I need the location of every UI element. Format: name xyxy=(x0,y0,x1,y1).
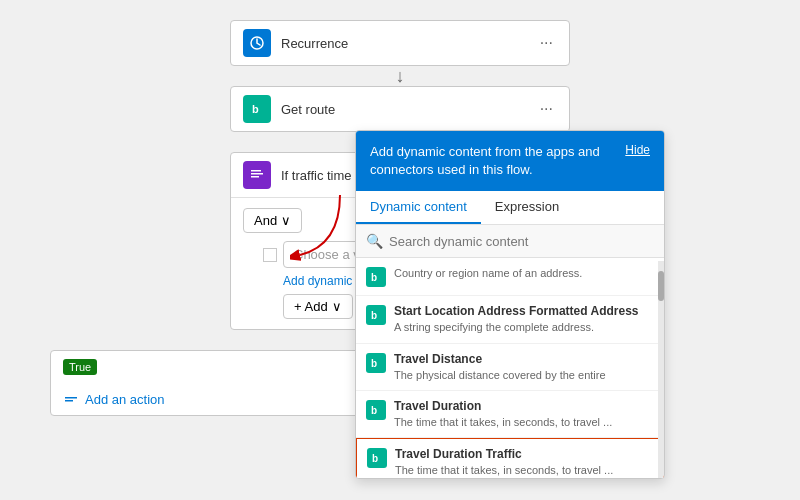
get-route-menu[interactable]: ··· xyxy=(536,100,557,118)
recurrence-title: Recurrence xyxy=(281,36,536,51)
list-item[interactable]: b Start Location Address Formatted Addre… xyxy=(356,296,664,343)
search-icon: 🔍 xyxy=(366,233,383,249)
recurrence-row: Recurrence ··· xyxy=(50,20,750,66)
item-content-1: Start Location Address Formatted Address… xyxy=(394,304,654,334)
tab-dynamic[interactable]: Dynamic content xyxy=(356,191,481,224)
scrollbar[interactable] xyxy=(658,261,664,478)
true-branch: True Add an action xyxy=(50,350,370,416)
item-title-3: Travel Duration xyxy=(394,399,654,413)
item-content-4: Travel Duration Traffic The time that it… xyxy=(395,447,653,477)
recurrence-icon xyxy=(243,29,271,57)
and-chevron: ∨ xyxy=(281,213,291,228)
bing-item-icon-1: b xyxy=(366,305,386,325)
item-content-2: Travel Distance The physical distance co… xyxy=(394,352,654,382)
search-input[interactable] xyxy=(389,234,654,249)
recurrence-block[interactable]: Recurrence ··· xyxy=(230,20,570,66)
dynamic-panel: Add dynamic content from the apps and co… xyxy=(355,130,665,479)
list-item[interactable]: b Travel Distance The physical distance … xyxy=(356,344,664,391)
true-badge: True xyxy=(63,359,97,375)
item-desc-2: The physical distance covered by the ent… xyxy=(394,368,654,382)
svg-rect-3 xyxy=(251,176,259,178)
svg-text:b: b xyxy=(371,358,377,369)
add-action-icon xyxy=(63,391,79,407)
panel-search: 🔍 xyxy=(356,225,664,258)
add-action[interactable]: Add an action xyxy=(51,383,369,415)
svg-rect-6 xyxy=(65,400,73,402)
bing-icon-get-route: b xyxy=(243,95,271,123)
main-area: Recurrence ··· ↓ b Get route ··· ↓ xyxy=(0,0,800,500)
bing-item-icon: b xyxy=(366,267,386,287)
item-content-0: Country or region name of an address. xyxy=(394,266,654,280)
get-route-block[interactable]: b Get route ··· xyxy=(230,86,570,132)
item-title-2: Travel Distance xyxy=(394,352,654,366)
svg-rect-5 xyxy=(65,397,77,399)
item-title-4: Travel Duration Traffic xyxy=(395,447,653,461)
recurrence-menu[interactable]: ··· xyxy=(536,34,557,52)
arrow-1: ↓ xyxy=(50,66,750,86)
add-button[interactable]: + Add ∨ xyxy=(283,294,353,319)
list-item[interactable]: b Travel Duration The time that it takes… xyxy=(356,391,664,438)
item-title-1: Start Location Address Formatted Address xyxy=(394,304,654,318)
bing-item-icon-2: b xyxy=(366,353,386,373)
svg-rect-2 xyxy=(251,173,263,175)
panel-content: b Country or region name of an address. … xyxy=(356,258,664,478)
item-desc-4: The time that it takes, in seconds, to t… xyxy=(395,463,653,477)
svg-rect-4 xyxy=(251,170,261,172)
scrollbar-thumb xyxy=(658,271,664,301)
item-desc-0: Country or region name of an address. xyxy=(394,266,654,280)
svg-text:b: b xyxy=(372,453,378,464)
condition-checkbox[interactable] xyxy=(263,248,277,262)
svg-text:b: b xyxy=(371,310,377,321)
list-item[interactable]: b Country or region name of an address. xyxy=(356,258,664,296)
true-header: True xyxy=(51,351,369,383)
item-desc-1: A string specifying the complete address… xyxy=(394,320,654,334)
item-desc-3: The time that it takes, in seconds, to t… xyxy=(394,415,654,429)
list-item[interactable]: b Travel Duration Traffic The time that … xyxy=(356,438,664,478)
condition-icon xyxy=(243,161,271,189)
svg-text:b: b xyxy=(252,103,259,115)
panel-header-text: Add dynamic content from the apps and co… xyxy=(370,143,615,179)
hide-link[interactable]: Hide xyxy=(625,143,650,157)
add-action-label: Add an action xyxy=(85,392,165,407)
panel-header: Add dynamic content from the apps and co… xyxy=(356,131,664,191)
add-chevron: ∨ xyxy=(332,299,342,314)
svg-text:b: b xyxy=(371,272,377,283)
svg-text:b: b xyxy=(371,405,377,416)
bing-item-icon-4: b xyxy=(367,448,387,468)
get-route-title: Get route xyxy=(281,102,536,117)
add-label: + Add xyxy=(294,299,328,314)
and-dropdown[interactable]: And ∨ xyxy=(243,208,302,233)
and-label: And xyxy=(254,213,277,228)
panel-tabs: Dynamic content Expression xyxy=(356,191,664,225)
item-content-3: Travel Duration The time that it takes, … xyxy=(394,399,654,429)
tab-expression[interactable]: Expression xyxy=(481,191,573,224)
get-route-row: b Get route ··· xyxy=(50,86,750,132)
bing-item-icon-3: b xyxy=(366,400,386,420)
true-branch-inner: True Add an action xyxy=(51,351,369,415)
